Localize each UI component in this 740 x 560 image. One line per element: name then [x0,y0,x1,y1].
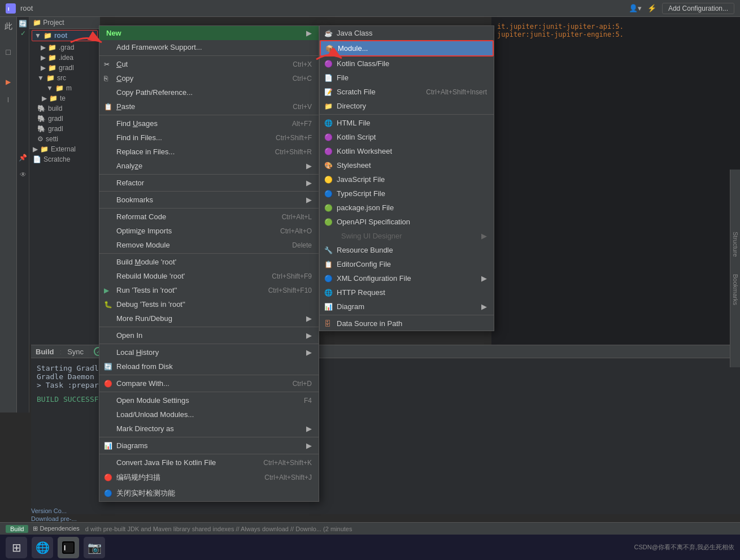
menu-item-optimize[interactable]: Optimize Imports Ctrl+Alt+O [99,224,319,238]
bookmarks-tab[interactable]: Bookmarks [732,274,739,305]
menu-item-find-files[interactable]: Find in Files... Ctrl+Shift+F [99,131,319,145]
submenu-java-class[interactable]: ☕ Java Class [320,26,494,40]
menu-item-add-framework[interactable]: Add Framework Support... [99,40,319,54]
tree-item-external[interactable]: ▶ 📁 External [29,144,100,154]
submenu-data-source[interactable]: 🗄 Data Source in Path [320,316,494,331]
submenu-module[interactable]: 📦 Module... [320,40,494,57]
sidebar-small-icon-3[interactable]: I [7,96,9,104]
menu-item-diagrams[interactable]: 📊 Diagrams ▶ [99,439,319,453]
tree-item-build[interactable]: 🐘 build [29,103,100,114]
menu-item-more-run[interactable]: More Run/Debug ▶ [99,311,319,325]
menu-item-encoding-scan[interactable]: 🔴 编码规约扫描 Ctrl+Alt+Shift+J [99,470,319,485]
taskbar-windows-button[interactable]: ⊞ [6,537,27,558]
menu-item-reload-disk[interactable]: 🔄 Reload from Disk [99,359,319,374]
secondary-left-strip: 🔄 ✓ 📌 👁 [17,17,29,413]
xml-config-submenu-icon: ▶ [481,274,487,283]
submenu-pkg-json[interactable]: 🟢 package.json File [320,201,494,215]
tree-item-src[interactable]: ▼ 📁 src [29,73,100,83]
menu-item-cut[interactable]: ✂ Cut Ctrl+X [99,57,319,71]
submenu-openapi[interactable]: 🟢 OpenAPI Specification [320,215,494,229]
run-icon[interactable]: ⚡ [647,4,656,12]
submenu-resource-bundle[interactable]: 🔧 Resource Bundle [320,243,494,257]
menu-item-new-label: New [106,29,121,37]
submenu-xml-config[interactable]: 🔵 XML Configuration File ▶ [320,271,494,285]
tree-item-gradl[interactable]: ▶ 📁 gradl [29,63,100,73]
menu-item-copy[interactable]: ⎘ Copy Ctrl+C [99,71,319,85]
pin-icon[interactable]: 📌 [19,154,27,162]
tree-item-gradle[interactable]: ▶ 📁 .grad [29,42,100,53]
run-icon: ▶ [104,286,109,294]
submenu-ts[interactable]: 🔵 TypeScript File [320,186,494,201]
menu-item-compare-with[interactable]: 🔴 Compare With... Ctrl+D [99,376,319,390]
tree-item-gradle-settings[interactable]: 🐘 gradl [29,124,100,134]
structure-tab[interactable]: Structure [732,232,739,257]
submenu-directory[interactable]: 📁 Directory [320,99,494,113]
taskbar-ide-button[interactable]: I [58,537,79,558]
version-control-label[interactable]: Version Co... [31,507,77,514]
menu-item-debug-tests[interactable]: 🐛 Debug 'Tests in 'root'' [99,297,319,311]
menu-item-refactor[interactable]: Refactor ▶ [99,176,319,190]
submenu-scratch[interactable]: 📝 Scratch File Ctrl+Alt+Shift+Insert [320,85,494,99]
eye-icon[interactable]: 👁 [20,171,27,179]
submenu-kotlin-worksheet[interactable]: 🟣 Kotlin Worksheet [320,144,494,158]
menu-item-reformat[interactable]: Reformat Code Ctrl+Alt+L [99,210,319,224]
menu-item-analyze[interactable]: Analyze ▶ [99,159,319,173]
sidebar-small-icon-1[interactable]: □ [6,47,10,57]
sidebar-small-icon-2[interactable]: ▶ [6,78,11,86]
menu-item-copy-path[interactable]: Copy Path/Reference... [99,85,319,99]
scroll-icon-1[interactable]: 🔄 [19,20,27,28]
dependencies-tab[interactable]: ⊞ Dependencies [33,525,79,532]
menu-item-open-in[interactable]: Open In ▶ [99,328,319,342]
menu-item-new-submenu-icon: ▶ [306,29,312,37]
separator-7 [99,327,319,327]
menu-item-find-usages[interactable]: Find Usages Alt+F7 [99,116,319,131]
menu-item-mark-dir[interactable]: Mark Directory as ▶ [99,422,319,436]
menu-item-run-tests[interactable]: ▶ Run 'Tests in 'root'' Ctrl+Shift+F10 [99,283,319,297]
tree-item-gradle-file[interactable]: 🐘 gradl [29,114,100,124]
taskbar-chrome-button[interactable]: 🌐 [32,537,53,558]
menu-item-local-history[interactable]: Local History ▶ [99,345,319,359]
menu-item-close-realtime[interactable]: 🔵 关闭实时检测功能 [99,485,319,501]
submenu-directory-label: Directory [337,102,366,110]
submenu-stylesheet[interactable]: 🎨 Stylesheet [320,158,494,172]
submenu-http-request[interactable]: 🌐 HTTP Request [320,285,494,299]
menu-item-rebuild-module[interactable]: Rebuild Module 'root' Ctrl+Shift+F9 [99,269,319,283]
tree-item-m[interactable]: ▼ 📁 m [29,83,100,93]
menu-item-new[interactable]: New ▶ [99,26,319,40]
tree-item-idea[interactable]: ▶ 📁 .idea [29,53,100,63]
menu-item-bookmarks[interactable]: Bookmarks ▶ [99,193,319,207]
user-icon[interactable]: 👤▾ [629,4,642,12]
submenu-html[interactable]: 🌐 HTML File [320,116,494,130]
menu-item-replace-files[interactable]: Replace in Files... Ctrl+Shift+R [99,145,319,159]
replace-files-shortcut: Ctrl+Shift+R [275,148,312,156]
more-run-submenu-icon: ▶ [306,314,312,323]
submenu-swing-ui-label: Swing UI Designer [337,232,402,240]
menu-item-load-modules[interactable]: Load/Unload Modules... [99,407,319,422]
menu-item-build-module[interactable]: Build Module 'root' [99,255,319,269]
tree-item-te[interactable]: ▶ 📁 te [29,93,100,103]
submenu-kotlin-class[interactable]: 🟣 Kotlin Class/File [320,57,494,71]
submenu-editor-config[interactable]: 📋 EditorConfig File [320,257,494,271]
rebuild-shortcut: Ctrl+Shift+F9 [272,272,312,280]
root-folder-label: root [54,32,67,40]
menu-item-paste-label: Paste [116,102,135,111]
menu-item-remove-module[interactable]: Remove Module Delete [99,238,319,252]
menu-item-module-settings[interactable]: Open Module Settings F4 [99,393,319,407]
menu-item-paste[interactable]: 📋 Paste Ctrl+V [99,99,319,114]
root-folder-item[interactable]: ▼ 📁 root [32,30,98,41]
add-configuration-button[interactable]: Add Configuration... [662,3,734,14]
tree-item-scratch[interactable]: 📄 Scratche [29,154,100,164]
submenu-file[interactable]: 📄 File [320,71,494,85]
taskbar-camera-button[interactable]: 📷 [84,537,105,558]
submenu-diagram[interactable]: 📊 Diagram ▶ [320,299,494,314]
separator-12 [99,454,319,454]
submenu-kotlin-script[interactable]: 🟣 Kotlin Script [320,130,494,144]
menu-item-convert-java[interactable]: Convert Java File to Kotlin File Ctrl+Al… [99,455,319,470]
build-tab[interactable]: Build [6,525,28,533]
submenu-js[interactable]: 🟡 JavaScript File [320,172,494,186]
download-label[interactable]: Download pre-... [31,515,77,522]
submenu-swing-ui[interactable]: Swing UI Designer ▶ [320,229,494,243]
separator-5 [99,208,319,209]
tree-item-settings[interactable]: ⚙ setti [29,134,100,144]
separator-6 [99,253,319,254]
